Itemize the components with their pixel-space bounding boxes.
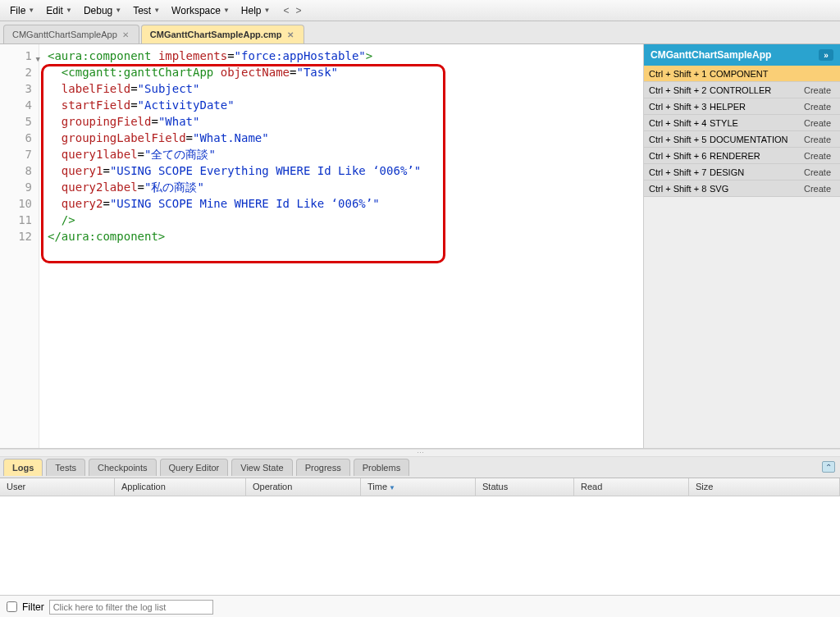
panel-tab-tests[interactable]: Tests xyxy=(46,459,85,476)
col-application[interactable]: Application xyxy=(115,478,246,496)
splitter-handle[interactable]: ⋯ xyxy=(0,449,840,457)
log-table-body xyxy=(0,496,840,595)
panel-tab-checkpoints[interactable]: Checkpoints xyxy=(89,459,157,476)
editor-tabstrip: CMGanttChartSampleApp✕ CMGanttChartSampl… xyxy=(0,21,840,44)
create-link[interactable]: Create xyxy=(804,167,840,177)
bottom-panel-tabs: Logs Tests Checkpoints Query Editor View… xyxy=(0,457,840,478)
close-icon[interactable]: ✕ xyxy=(287,30,295,39)
expand-panel-icon[interactable]: ⌃ xyxy=(822,461,835,473)
chevron-down-icon: ▼ xyxy=(153,7,160,14)
menu-edit[interactable]: Edit▼ xyxy=(41,2,77,20)
code-area[interactable]: <aura:component implements="force:appHos… xyxy=(39,44,643,448)
panel-tab-progress[interactable]: Progress xyxy=(296,459,350,476)
chevron-down-icon: ▼ xyxy=(28,7,34,14)
code-editor[interactable]: 1▼ 23456789101112 <aura:component implem… xyxy=(0,44,643,448)
bundle-panel: CMGanttChartSampleApp » Ctrl + Shift + 1… xyxy=(643,44,840,448)
panel-tab-problems[interactable]: Problems xyxy=(354,459,409,476)
bundle-row[interactable]: Ctrl + Shift + 8SVGCreate xyxy=(644,181,840,197)
panel-tab-logs[interactable]: Logs xyxy=(3,459,43,476)
nav-back-icon[interactable]: < xyxy=(283,5,289,16)
menu-test[interactable]: Test▼ xyxy=(128,2,165,20)
create-link[interactable]: Create xyxy=(804,151,840,161)
tab-label: CMGanttChartSampleApp xyxy=(12,30,117,39)
bundle-row[interactable]: Ctrl + Shift + 7DESIGNCreate xyxy=(644,164,840,181)
create-link[interactable]: Create xyxy=(804,85,840,95)
filter-checkbox[interactable] xyxy=(7,601,17,612)
close-icon[interactable]: ✕ xyxy=(122,30,130,39)
menu-file[interactable]: File▼ xyxy=(5,2,39,20)
create-link[interactable]: Create xyxy=(804,118,840,128)
bundle-row[interactable]: Ctrl + Shift + 3HELPERCreate xyxy=(644,98,840,115)
bundle-row[interactable]: Ctrl + Shift + 4STYLECreate xyxy=(644,115,840,131)
filter-input[interactable] xyxy=(49,600,213,615)
log-table-header: User Application Operation Time▼ Status … xyxy=(0,478,840,496)
chevron-down-icon: ▼ xyxy=(66,7,72,14)
nav-forward-icon[interactable]: > xyxy=(295,5,301,16)
col-size[interactable]: Size xyxy=(689,478,840,496)
bundle-row-component[interactable]: Ctrl + Shift + 1COMPONENT xyxy=(644,66,840,82)
bundle-panel-header[interactable]: CMGanttChartSampleApp » xyxy=(644,44,840,66)
col-user[interactable]: User xyxy=(0,478,115,496)
panel-tab-view-state[interactable]: View State xyxy=(231,459,292,476)
create-link[interactable]: Create xyxy=(804,184,840,194)
col-operation[interactable]: Operation xyxy=(246,478,361,496)
col-status[interactable]: Status xyxy=(476,478,574,496)
tab-label: CMGanttChartSampleApp.cmp xyxy=(150,30,282,39)
tab-inactive[interactable]: CMGanttChartSampleApp✕ xyxy=(3,25,139,43)
chevron-down-icon: ▼ xyxy=(264,7,271,14)
tab-active[interactable]: CMGanttChartSampleApp.cmp✕ xyxy=(141,25,304,43)
bundle-title: CMGanttChartSampleApp xyxy=(651,49,771,61)
menu-bar: File▼ Edit▼ Debug▼ Test▼ Workspace▼ Help… xyxy=(0,0,840,21)
bundle-row[interactable]: Ctrl + Shift + 2CONTROLLERCreate xyxy=(644,82,840,98)
sort-desc-icon: ▼ xyxy=(389,484,395,491)
bundle-row[interactable]: Ctrl + Shift + 5DOCUMENTATIONCreate xyxy=(644,131,840,148)
collapse-icon[interactable]: » xyxy=(819,49,833,61)
menu-help[interactable]: Help▼ xyxy=(236,2,276,20)
col-time[interactable]: Time▼ xyxy=(361,478,476,496)
bundle-row[interactable]: Ctrl + Shift + 6RENDERERCreate xyxy=(644,148,840,164)
line-gutter: 1▼ 23456789101112 xyxy=(0,44,39,448)
chevron-down-icon: ▼ xyxy=(223,7,230,14)
col-read[interactable]: Read xyxy=(574,478,689,496)
chevron-down-icon: ▼ xyxy=(115,7,121,14)
create-link[interactable]: Create xyxy=(804,102,840,112)
panel-tab-query-editor[interactable]: Query Editor xyxy=(160,459,229,476)
filter-label: Filter xyxy=(22,601,44,613)
menu-debug[interactable]: Debug▼ xyxy=(79,2,126,20)
menu-workspace[interactable]: Workspace▼ xyxy=(167,2,235,20)
create-link[interactable]: Create xyxy=(804,135,840,144)
filter-bar: Filter xyxy=(0,595,840,617)
